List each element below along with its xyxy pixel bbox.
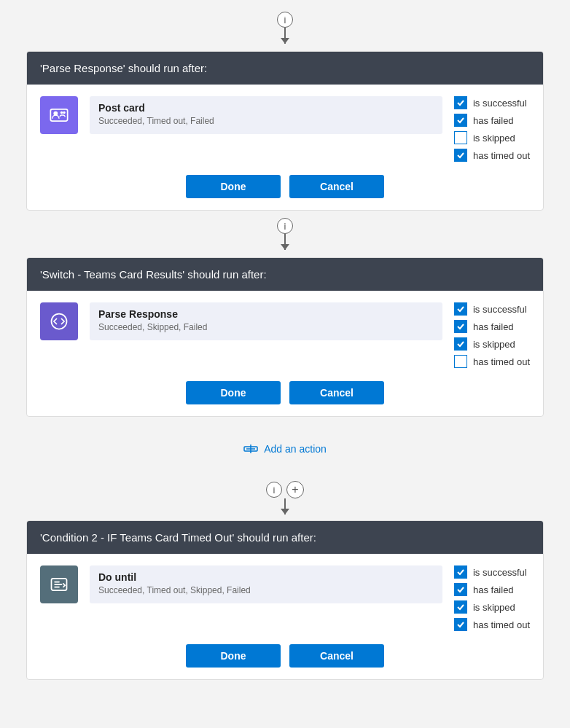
panel3-cb-row-2: is skipped	[454, 600, 530, 614]
panel3-cb-0[interactable]	[454, 565, 467, 579]
panel3-cb-row-3: has timed out	[454, 618, 530, 631]
panel2-cb-row-2: is skipped	[454, 337, 530, 351]
panel1-cb-1[interactable]	[454, 114, 467, 127]
panel1-cb-label-3: has timed out	[473, 150, 530, 161]
panel2-cb-label-2: is skipped	[473, 339, 515, 350]
panel3-action-icon	[40, 565, 78, 603]
panel3-cb-label-0: is successful	[473, 567, 527, 578]
panel3-done-button[interactable]: Done	[186, 644, 281, 668]
panel3-cb-1[interactable]	[454, 583, 467, 596]
panel1-action-states: Succeeded, Timed out, Failed	[98, 116, 434, 126]
svg-rect-0	[50, 109, 67, 121]
panel3-cb-label-1: has failed	[473, 584, 514, 595]
panel2-cb-3[interactable]	[454, 355, 467, 368]
double-connector: i +	[266, 481, 304, 514]
panel2-cb-label-3: has timed out	[473, 356, 530, 367]
panel3-body: Do until Succeeded, Timed out, Skipped, …	[27, 554, 543, 679]
panel3-cb-2[interactable]	[454, 600, 467, 614]
info-icon-1[interactable]: i	[277, 218, 293, 234]
post-card-icon	[49, 105, 69, 125]
panel2-action-name: Parse Response	[98, 308, 434, 320]
panel-switch-teams: 'Switch - Teams Card Results' should run…	[26, 257, 544, 417]
arrow-top	[284, 28, 286, 44]
panel1-cb-label-0: is successful	[473, 98, 527, 109]
svg-point-2	[60, 111, 63, 114]
panel2-done-button[interactable]: Done	[186, 381, 281, 404]
add-action-area: Add an action	[235, 427, 335, 471]
panel1-cb-row-2: is skipped	[454, 131, 530, 144]
add-action-label: Add an action	[264, 443, 327, 455]
panel2-cb-0[interactable]	[454, 302, 467, 316]
panel2-cb-label-0: is successful	[473, 304, 527, 315]
panel1-checkboxes: is successful has failed is skipped has …	[454, 96, 530, 162]
parse-response-icon	[49, 311, 69, 332]
panel1-done-button[interactable]: Done	[186, 175, 281, 198]
add-action-button[interactable]: Add an action	[235, 437, 335, 461]
connector-1-2: i	[277, 218, 293, 250]
plus-circle[interactable]: +	[286, 481, 304, 498]
panel2-body: Parse Response Succeeded, Skipped, Faile…	[27, 291, 543, 416]
panel2-btn-row: Done Cancel	[40, 381, 530, 404]
panel2-cb-row-3: has timed out	[454, 355, 530, 368]
panel2-cb-1[interactable]	[454, 320, 467, 333]
panel2-action-states: Succeeded, Skipped, Failed	[98, 322, 434, 332]
panel2-header: 'Switch - Teams Card Results' should run…	[27, 258, 543, 291]
top-connector: i	[277, 12, 293, 44]
panel1-cb-label-1: has failed	[473, 115, 514, 126]
add-icon	[243, 442, 258, 456]
panel2-checkboxes: is successful has failed is skipped has …	[454, 302, 530, 368]
arrow-2	[284, 498, 286, 514]
panel1-action-icon	[40, 96, 78, 134]
panel2-cb-row-0: is successful	[454, 302, 530, 316]
panel2-cb-2[interactable]	[454, 337, 467, 351]
svg-point-3	[63, 111, 66, 114]
info-icon-top[interactable]: i	[277, 12, 293, 28]
panel2-cancel-button[interactable]: Cancel	[289, 381, 384, 404]
page-container: i 'Parse Response' should run after:	[0, 0, 570, 690]
panel1-cb-2[interactable]	[454, 131, 467, 144]
panel1-cb-row-3: has timed out	[454, 149, 530, 162]
panel1-btn-row: Done Cancel	[40, 175, 530, 198]
panel3-cb-label-2: is skipped	[473, 602, 515, 613]
panel1-cb-3[interactable]	[454, 149, 467, 162]
panel2-action-row: Parse Response Succeeded, Skipped, Faile…	[40, 302, 530, 368]
panel1-cb-row-0: is successful	[454, 96, 530, 109]
panel2-action-info: Parse Response Succeeded, Skipped, Faile…	[90, 302, 442, 340]
panel2-action-icon	[40, 302, 78, 340]
panel1-header: 'Parse Response' should run after:	[27, 52, 543, 85]
panel1-action-name: Post card	[98, 102, 434, 114]
panel2-cb-row-1: has failed	[454, 320, 530, 333]
panel3-cb-3[interactable]	[454, 618, 467, 631]
panel1-cancel-button[interactable]: Cancel	[289, 175, 384, 198]
panel3-cb-label-3: has timed out	[473, 619, 530, 630]
panel2-cb-label-1: has failed	[473, 321, 514, 332]
panel3-action-info: Do until Succeeded, Timed out, Skipped, …	[90, 565, 442, 603]
panel1-body: Post card Succeeded, Timed out, Failed i…	[27, 85, 543, 210]
panel3-header: 'Condition 2 - IF Teams Card Timed Out' …	[27, 521, 543, 554]
panel3-cb-row-0: is successful	[454, 565, 530, 579]
do-until-icon	[49, 574, 69, 595]
info-icon-2[interactable]: i	[266, 482, 282, 498]
add-action-icon	[243, 442, 258, 456]
panel3-cancel-button[interactable]: Cancel	[289, 644, 384, 668]
arrow-1	[284, 234, 286, 250]
panel-condition2: 'Condition 2 - IF Teams Card Timed Out' …	[26, 520, 544, 680]
panel3-action-states: Succeeded, Timed out, Skipped, Failed	[98, 585, 434, 595]
panel3-action-name: Do until	[98, 571, 434, 583]
panel3-action-row: Do until Succeeded, Timed out, Skipped, …	[40, 565, 530, 631]
panel1-cb-row-1: has failed	[454, 114, 530, 127]
panel1-cb-label-2: is skipped	[473, 133, 515, 144]
panel3-cb-row-1: has failed	[454, 583, 530, 596]
panel1-action-row: Post card Succeeded, Timed out, Failed i…	[40, 96, 530, 162]
panel1-action-info: Post card Succeeded, Timed out, Failed	[90, 96, 442, 134]
panel3-btn-row: Done Cancel	[40, 644, 530, 668]
panel1-cb-0[interactable]	[454, 96, 467, 109]
panel-parse-response: 'Parse Response' should run after: Post	[26, 51, 544, 211]
panel3-checkboxes: is successful has failed is skipped has …	[454, 565, 530, 631]
connector-plus-row: i +	[266, 481, 304, 498]
